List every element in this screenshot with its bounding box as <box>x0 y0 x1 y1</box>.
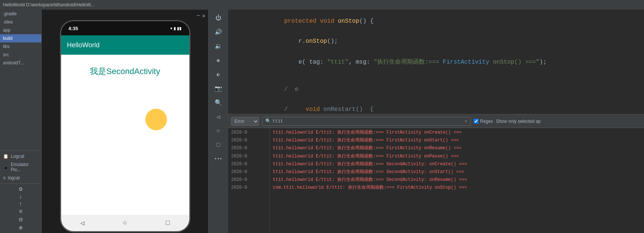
ts-line-4: 2020-0 <box>228 153 269 160</box>
search-value: ttit <box>272 119 283 124</box>
ts-line-2: 2020-0 <box>228 137 269 144</box>
log-line-2: ttit.helloworld E/ttit: 执行生命周期函数:=== Fir… <box>270 137 644 144</box>
log-level-filter[interactable]: Error Verbose Debug Info Warn Assert <box>231 117 259 126</box>
code-line-1: protected void onStop() { <box>234 11 638 31</box>
log-line-7: ttit.helloworld E/ttit: 执行生命周期函数:=== Sec… <box>270 176 644 184</box>
logcat-toolbar: Error Verbose Debug Info Warn Assert 🔍 t… <box>228 115 644 128</box>
log-line-4: ttit.helloworld E/ttit: 执行生命周期函数:=== Fir… <box>270 153 644 160</box>
sidebar-item-gradle[interactable]: .gradle <box>0 10 41 18</box>
menu-icon[interactable]: ≡ <box>0 208 41 215</box>
expand-icon[interactable]: ⊕ <box>0 224 41 232</box>
logcat-label-row[interactable]: 📋 Logcat <box>0 152 41 160</box>
close-button[interactable]: ✕ <box>202 13 205 19</box>
back-nav-icon[interactable]: ◁ <box>80 219 84 227</box>
show-selected-button[interactable]: Show only selected ap <box>496 119 541 124</box>
recent-button[interactable]: □ <box>210 138 227 152</box>
emulator-icon: 📱 <box>3 165 9 170</box>
fold-button[interactable]: ⬖ <box>210 68 227 81</box>
screenshot-button[interactable]: 📷 <box>210 82 227 95</box>
emulator-pix-row[interactable]: 📱 Emulator Pix... <box>0 160 41 174</box>
ts-line-8: 2020-0 <box>228 184 269 192</box>
title-bar: HelloWorld D:\workspace\ttit\android\Hel… <box>0 0 644 10</box>
collapse-icon[interactable]: ⊟ <box>0 216 41 223</box>
back-button[interactable]: ◁ <box>210 110 227 124</box>
recent-nav-icon[interactable]: □ <box>166 219 170 227</box>
logcat-bottom-row[interactable]: ≡ logcat <box>0 174 41 182</box>
code-line-2: r.onStop(); <box>234 31 638 51</box>
search-icon: 🔍 <box>265 118 271 124</box>
ts-line-6: 2020-0 <box>228 168 269 176</box>
home-button[interactable]: ○ <box>210 124 227 138</box>
code-line-6: / void onRestart() { <box>234 99 638 114</box>
sidebar-item-android[interactable]: androidT... <box>0 59 41 67</box>
sidebar-item-libs[interactable]: libs <box>0 42 41 51</box>
minimize-button[interactable]: ─ <box>197 13 200 19</box>
settings-icon[interactable]: ⚙ <box>0 185 41 193</box>
logcat-bottom-label: logcat <box>8 175 20 181</box>
phone-app-title: HelloWorld <box>67 41 100 49</box>
sidebar-item-idea[interactable]: .idea <box>0 18 41 26</box>
logcat-timestamps: 2020-0 2020-0 2020-0 2020-0 2020-0 2020-… <box>228 128 270 233</box>
logcat-log-lines: ttit.helloworld E/ttit: 执行生命周期函数:=== Fir… <box>270 128 644 233</box>
volume-down-button[interactable]: 🔉 <box>210 39 227 53</box>
logcat-icon: 📋 <box>3 154 9 159</box>
ts-line-1: 2020-0 <box>228 129 269 137</box>
logcat-bottom-icon: ≡ <box>3 175 6 181</box>
phone-time: 4:35 <box>69 26 78 31</box>
volume-up-button[interactable]: 🔊 <box>210 25 227 39</box>
logcat-label: Logcat <box>11 154 24 159</box>
log-line-8: com.ttit.helloworld E/ttit: 执行生命周期函数:===… <box>270 184 644 192</box>
phone-device: 4:35 ▾ ▮ ▮▮ HelloWorld 我是SecondActivity <box>60 20 190 232</box>
left-sidebar: .gradle .idea app build libs src android… <box>0 10 42 233</box>
phone-screen[interactable]: 我是SecondActivity <box>61 55 189 215</box>
logcat-section: Error Verbose Debug Info Warn Assert 🔍 t… <box>228 114 644 233</box>
phone-status-icons: ▾ ▮ ▮▮ <box>170 26 181 31</box>
phone-activity-text: 我是SecondActivity <box>90 66 160 77</box>
rotate-button[interactable]: ◈ <box>210 54 227 67</box>
sidebar-item-app[interactable]: app <box>0 26 41 34</box>
logcat-search-box: 🔍 ttit ✕ <box>262 117 471 126</box>
title-bar-text: HelloWorld D:\workspace\ttit\android\Hel… <box>3 2 94 7</box>
log-line-1: ttit.helloworld E/ttit: 执行生命周期函数:=== Fir… <box>270 129 644 137</box>
code-line-4 <box>234 73 638 79</box>
logcat-content-area: 2020-0 2020-0 2020-0 2020-0 2020-0 2020-… <box>228 128 644 233</box>
zoom-button[interactable]: 🔍 <box>210 96 227 109</box>
search-clear-button[interactable]: ✕ <box>465 118 467 124</box>
regex-checkbox-input[interactable] <box>474 119 479 124</box>
emulator-toolbar: ⏻ 🔊 🔉 ◈ ⬖ 📷 🔍 ◁ ○ □ ••• <box>208 10 228 233</box>
log-line-6: ttit.helloworld E/ttit: 执行生命周期函数:=== Sec… <box>270 168 644 176</box>
emulator-container: ─ ✕ 4:35 ▾ ▮ ▮▮ HelloWorld <box>42 10 228 233</box>
phone-notch <box>103 21 148 29</box>
home-nav-icon[interactable]: ○ <box>123 219 127 227</box>
regex-checkbox-label[interactable]: Regex <box>474 119 493 124</box>
ts-line-5: 2020-0 <box>228 160 269 168</box>
sidebar-item-src[interactable]: src <box>0 51 41 59</box>
code-line-3: e( tag: "ttit", msg: "执行生命周期函数:=== First… <box>234 51 638 73</box>
log-line-3: ttit.helloworld E/ttit: 执行生命周期函数:=== Fir… <box>270 144 644 152</box>
ts-line-7: 2020-0 <box>228 176 269 184</box>
download-icon[interactable]: ↓ <box>0 194 41 200</box>
upload-icon[interactable]: ↑ <box>0 201 41 208</box>
app-body: .gradle .idea app build libs src android… <box>0 10 644 233</box>
ts-line-3: 2020-0 <box>228 144 269 152</box>
more-button[interactable]: ••• <box>210 153 227 166</box>
phone-area: ─ ✕ 4:35 ▾ ▮ ▮▮ HelloWorld <box>42 10 208 233</box>
emulator-window-controls: ─ ✕ <box>42 11 208 20</box>
app-layout: HelloWorld D:\workspace\ttit\android\Hel… <box>0 0 644 233</box>
code-line-5: / e <box>234 79 638 99</box>
phone-app-bar: HelloWorld <box>61 35 189 55</box>
touch-indicator <box>145 109 167 130</box>
log-line-5: ttit.helloworld E/ttit: 执行生命周期函数:=== Sec… <box>270 160 644 168</box>
power-button[interactable]: ⏻ <box>210 11 227 25</box>
code-editor: protected void onStop() { r.onStop(); e(… <box>228 10 644 114</box>
emulator-label: Emulator Pix... <box>11 162 38 172</box>
phone-nav-bar: ◁ ○ □ <box>61 215 189 231</box>
right-panel: protected void onStop() { r.onStop(); e(… <box>228 10 644 233</box>
sidebar-item-build[interactable]: build <box>0 34 41 42</box>
regex-label: Regex <box>480 119 493 124</box>
